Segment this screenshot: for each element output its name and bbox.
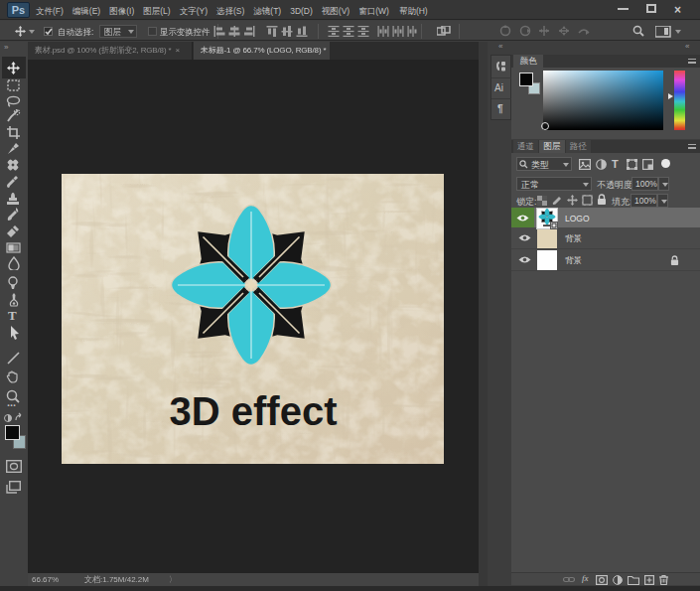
svg-text:3D effect: 3D effect bbox=[170, 389, 338, 433]
